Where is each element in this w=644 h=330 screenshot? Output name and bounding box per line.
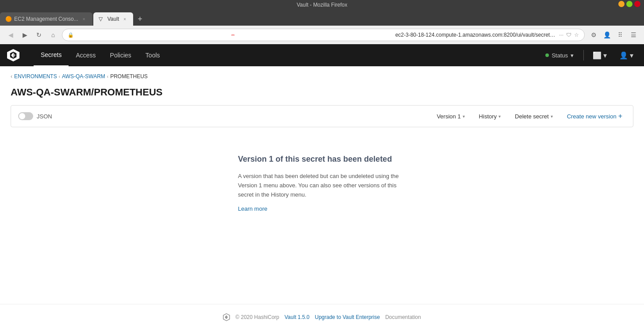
star-icon[interactable]: ☆ (574, 32, 579, 38)
tab-vault-close[interactable]: × (122, 16, 128, 22)
delete-chevron: ▾ (551, 114, 553, 119)
ec2-favicon: 🟠 (5, 16, 12, 22)
address-bar: ◀ ▶ ↻ ⌂ 🔒 ✏ ec2-3-80-18-124.compute-1.am… (0, 26, 644, 44)
documentation-link[interactable]: Documentation (385, 314, 421, 320)
back-button[interactable]: ◀ (5, 30, 16, 40)
tab-vault[interactable]: ▽ Vault × (93, 12, 133, 26)
terminal-button[interactable]: ⬜ ▾ (589, 49, 610, 61)
version-chevron: ▾ (463, 114, 465, 119)
breadcrumb-prometheus: PROMETHEUS (110, 73, 148, 80)
browser-chrome: Vault - Mozilla Firefox 🟠 EC2 Management… (0, 0, 644, 44)
create-version-button[interactable]: Create new version + (564, 110, 626, 122)
tab-bar: 🟠 EC2 Management Conso... × ▽ Vault × + (0, 10, 644, 26)
reload-button[interactable]: ↻ (34, 30, 44, 40)
history-label: History (479, 113, 497, 120)
deleted-title: Version 1 of this secret has been delete… (238, 154, 406, 165)
svg-marker-5 (226, 315, 228, 319)
address-input[interactable]: 🔒 ✏ ec2-3-80-18-124.compute-1.amazonaws.… (62, 29, 585, 41)
breadcrumb: ‹ ENVIRONMENTS ‹ AWS-QA-SWARM ‹ PROMETHE… (11, 66, 633, 83)
breadcrumb-sep-2: ‹ (107, 74, 108, 79)
main-content: Version 1 of this secret has been delete… (0, 127, 644, 230)
terminal-icon: ⬜ (593, 51, 602, 60)
vault-nav: Secrets Access Policies Tools Status ▾ ⬜… (0, 44, 644, 66)
toolbar-right: Version 1 ▾ History ▾ Delete secret ▾ Cr… (433, 110, 626, 122)
user-chevron: ▾ (630, 51, 633, 60)
browser-title: Vault - Mozilla Firefox (297, 2, 347, 8)
maximize-btn[interactable] (626, 1, 632, 7)
status-label: Status (552, 52, 568, 59)
terminal-chevron: ▾ (603, 51, 607, 60)
footer-copyright: © 2020 HashiCorp (235, 314, 279, 320)
tab-ec2-label: EC2 Management Conso... (14, 16, 78, 22)
nav-secrets[interactable]: Secrets (34, 44, 69, 66)
security-icon: 🔒 (68, 32, 229, 38)
breadcrumb-separator-left: ‹ (11, 73, 12, 80)
vault-version-link[interactable]: Vault 1.5.0 (284, 314, 309, 320)
breadcrumb-aws-qa-swarm[interactable]: AWS-QA-SWARM (62, 73, 105, 80)
home-button[interactable]: ⌂ (48, 30, 58, 40)
page-content: ‹ ENVIRONMENTS ‹ AWS-QA-SWARM ‹ PROMETHE… (0, 66, 644, 127)
upgrade-link[interactable]: Upgrade to Vault Enterprise (315, 314, 380, 320)
vault-logo (7, 49, 23, 61)
secret-toolbar: JSON Version 1 ▾ History ▾ Delete secret… (11, 105, 633, 127)
breadcrumb-environments[interactable]: ENVIRONMENTS (14, 73, 57, 80)
tab-vault-label: Vault (107, 16, 119, 22)
shield-icon: 🛡 (566, 32, 571, 38)
title-bar: Vault - Mozilla Firefox (0, 0, 644, 10)
footer-logo (223, 313, 230, 321)
address-icons: ··· 🛡 ☆ (559, 32, 579, 38)
window-controls[interactable] (618, 1, 640, 7)
extensions-button[interactable]: ⚙ (588, 30, 599, 40)
tab-ec2[interactable]: 🟠 EC2 Management Conso... × (0, 12, 92, 26)
footer: © 2020 HashiCorp Vault 1.5.0 Upgrade to … (0, 304, 644, 330)
status-chevron: ▾ (571, 52, 574, 59)
status-dot (545, 53, 549, 57)
json-toggle-switch[interactable] (18, 112, 33, 120)
nav-access[interactable]: Access (69, 44, 103, 66)
breadcrumb-sep-1: ‹ (59, 74, 60, 79)
deleted-card: Version 1 of this secret has been delete… (238, 154, 406, 212)
vault-logo-icon (7, 49, 19, 61)
url-text: ec2-3-80-18-124.compute-1.amazonaws.com:… (395, 32, 556, 38)
json-label: JSON (37, 113, 52, 120)
more-icon[interactable]: ··· (559, 32, 564, 38)
learn-more-link[interactable]: Learn more (238, 205, 267, 212)
tab-ec2-close[interactable]: × (81, 16, 87, 22)
minimize-btn[interactable] (618, 1, 625, 7)
vault-nav-items: Secrets Access Policies Tools (34, 44, 167, 66)
close-btn[interactable] (634, 1, 640, 7)
new-tab-button[interactable]: + (134, 12, 146, 26)
delete-label: Delete secret (515, 113, 549, 120)
create-icon: + (618, 112, 622, 120)
grid-button[interactable]: ⠿ (615, 30, 625, 40)
user-button[interactable]: 👤 ▾ (616, 49, 637, 61)
person-button[interactable]: 👤 (602, 30, 612, 40)
browser-actions: ⚙ 👤 ⠿ ☰ (588, 30, 639, 40)
user-icon: 👤 (619, 51, 628, 60)
deleted-body: A version that has been deleted but can … (238, 172, 406, 199)
page-title: AWS-QA-SWARM/PROMETHEUS (11, 87, 633, 98)
status-badge[interactable]: Status ▾ (541, 50, 578, 61)
svg-marker-4 (225, 315, 227, 319)
vault-favicon: ▽ (99, 16, 105, 22)
delete-secret-dropdown[interactable]: Delete secret ▾ (511, 111, 556, 121)
url-icon: ✏ (231, 33, 392, 38)
version-dropdown[interactable]: Version 1 ▾ (433, 111, 468, 121)
nav-tools[interactable]: Tools (138, 44, 167, 66)
nav-policies[interactable]: Policies (103, 44, 138, 66)
vault-app: Secrets Access Policies Tools Status ▾ ⬜… (0, 44, 644, 330)
version-label: Version 1 (437, 113, 460, 120)
nav-separator (583, 50, 584, 61)
json-toggle: JSON (18, 112, 52, 120)
history-chevron: ▾ (498, 114, 501, 119)
vault-nav-right: Status ▾ ⬜ ▾ 👤 ▾ (541, 49, 637, 61)
create-label: Create new version (567, 113, 617, 120)
menu-button[interactable]: ☰ (628, 30, 639, 40)
history-dropdown[interactable]: History ▾ (475, 111, 504, 121)
forward-button[interactable]: ▶ (19, 30, 30, 40)
